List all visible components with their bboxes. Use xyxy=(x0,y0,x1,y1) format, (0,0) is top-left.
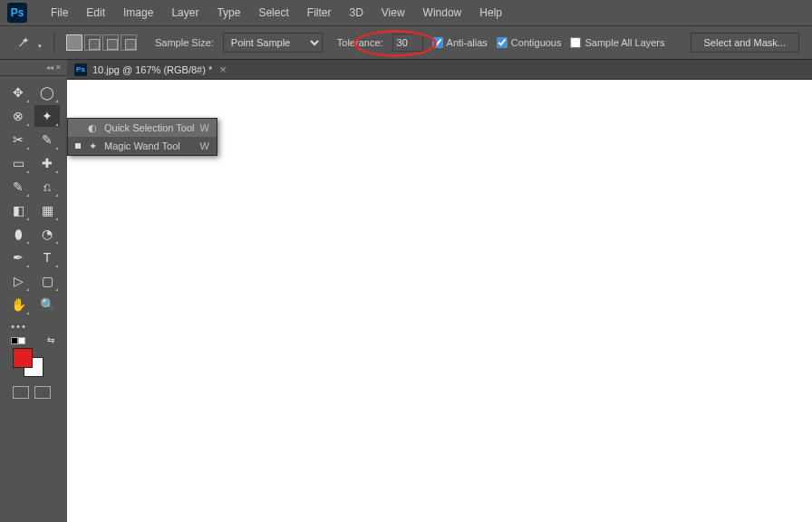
color-swatches: ⇆ xyxy=(0,335,67,381)
flyout-label: Quick Selection Tool xyxy=(104,122,194,133)
menu-file[interactable]: File xyxy=(42,0,77,25)
flyout-magic-wand[interactable]: ✦ Magic Wand Tool W xyxy=(68,137,217,155)
marquee-tool[interactable]: ◯ xyxy=(34,82,60,103)
select-and-mask-button[interactable]: Select and Mask... xyxy=(691,33,800,53)
move-tool[interactable]: ✥ xyxy=(5,82,31,103)
selection-subtract-icon[interactable] xyxy=(102,34,119,51)
blur-tool[interactable]: ⬮ xyxy=(5,223,31,245)
default-colors-icon[interactable] xyxy=(11,337,18,344)
screenmode-icon[interactable] xyxy=(34,386,51,399)
menubar: Ps File Edit Image Layer Type Select Fil… xyxy=(0,0,812,25)
sample-size-label: Sample Size: xyxy=(155,37,214,48)
crop-tool[interactable]: ✂ xyxy=(5,129,31,150)
selection-intersect-icon[interactable] xyxy=(121,34,137,51)
close-tab-icon[interactable]: × xyxy=(219,63,227,76)
menu-3d[interactable]: 3D xyxy=(340,0,372,25)
hand-tool[interactable]: ✋ xyxy=(5,294,31,315)
brush-tool[interactable]: ✎ xyxy=(5,176,31,198)
photoshop-file-icon: Ps xyxy=(74,63,87,76)
tolerance-label: Tolerance: xyxy=(337,37,383,48)
menu-view[interactable]: View xyxy=(372,0,414,25)
eyedropper-tool[interactable]: ✎ xyxy=(34,129,60,150)
edit-toolbar[interactable]: ••• xyxy=(5,317,33,335)
quick-selection-icon: ◐ xyxy=(86,122,99,134)
foreground-color[interactable] xyxy=(13,348,33,368)
flyout-quick-selection[interactable]: ◐ Quick Selection Tool W xyxy=(68,119,217,137)
sample-size-select[interactable]: Point Sample xyxy=(223,33,323,53)
selection-add-icon[interactable] xyxy=(84,34,101,51)
screen-modes xyxy=(0,381,67,399)
frame-tool[interactable]: ▭ xyxy=(5,152,31,174)
antialias-checkbox[interactable]: Anti-alias xyxy=(432,37,488,48)
menu-image[interactable]: Image xyxy=(114,0,162,25)
default-colors-icon2 xyxy=(18,337,25,344)
gradient-tool[interactable]: ▦ xyxy=(34,199,60,221)
selection-new-icon[interactable] xyxy=(66,34,82,51)
tools-panel: ◂◂ ✕ ✥ ◯ ⊗ ✦ ✂ ✎ ▭ ✚ ✎ ⎌ ◧ ▦ ⬮ ◔ ✒ T ▷ ▢… xyxy=(0,60,67,522)
contiguous-checkbox[interactable]: Contiguous xyxy=(497,37,562,48)
document-tab[interactable]: Ps 10.jpg @ 167% (RGB/8#) * × xyxy=(67,60,812,80)
tolerance-input[interactable] xyxy=(392,34,423,52)
magic-wand-tool[interactable]: ✦ xyxy=(34,105,60,127)
menu-filter[interactable]: Filter xyxy=(298,0,341,25)
healing-brush-tool[interactable]: ✚ xyxy=(34,152,60,174)
menu-help[interactable]: Help xyxy=(470,0,511,25)
shape-tool[interactable]: ▢ xyxy=(34,270,60,292)
tool-preset-dropdown[interactable]: ▾ xyxy=(38,43,42,50)
menu-select[interactable]: Select xyxy=(249,0,297,25)
eraser-tool[interactable]: ◧ xyxy=(5,199,31,221)
flyout-shortcut: W xyxy=(199,122,208,133)
active-indicator xyxy=(75,125,81,130)
type-tool[interactable]: T xyxy=(34,246,60,268)
photoshop-logo: Ps xyxy=(7,3,27,23)
document-title: 10.jpg @ 167% (RGB/8#) * xyxy=(92,64,212,75)
magic-wand-small-icon: ✦ xyxy=(86,140,99,152)
menu-layer[interactable]: Layer xyxy=(162,0,208,25)
clone-stamp-tool[interactable]: ⎌ xyxy=(34,176,60,198)
active-indicator xyxy=(75,143,81,149)
flyout-shortcut: W xyxy=(199,140,208,151)
menu-edit[interactable]: Edit xyxy=(77,0,114,25)
flyout-label: Magic Wand Tool xyxy=(104,140,180,151)
menu-window[interactable]: Window xyxy=(414,0,471,25)
sample-all-layers-checkbox[interactable]: Sample All Layers xyxy=(570,37,664,48)
tool-flyout-menu: ◐ Quick Selection Tool W ✦ Magic Wand To… xyxy=(67,118,218,156)
quickmask-icon[interactable] xyxy=(13,386,29,399)
selection-mode-group xyxy=(66,34,137,51)
dodge-tool[interactable]: ◔ xyxy=(34,223,60,245)
path-select-tool[interactable]: ▷ xyxy=(5,270,31,292)
options-bar: ▾ Sample Size: Point Sample Tolerance: A… xyxy=(0,25,812,60)
menu-type[interactable]: Type xyxy=(208,0,249,25)
lasso-tool[interactable]: ⊗ xyxy=(5,105,31,127)
magic-wand-icon[interactable] xyxy=(13,33,33,53)
zoom-tool[interactable]: 🔍 xyxy=(34,294,60,315)
swap-colors-icon[interactable]: ⇆ xyxy=(47,335,54,345)
divider xyxy=(53,33,54,53)
panel-collapse[interactable]: ◂◂ ✕ xyxy=(0,60,67,76)
pen-tool[interactable]: ✒ xyxy=(5,246,31,268)
